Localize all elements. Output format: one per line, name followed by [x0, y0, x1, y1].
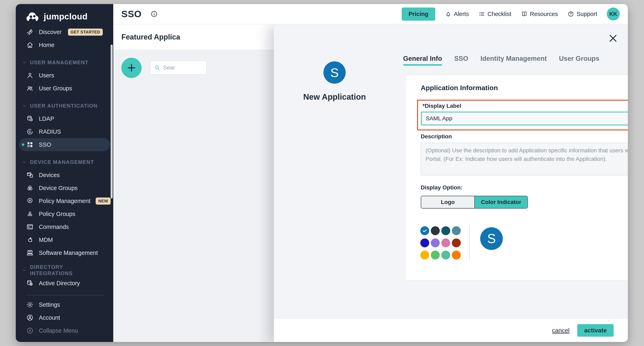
sidebar-item-radius[interactable]: RADIUS: [16, 125, 113, 138]
ldap-icon: [26, 115, 34, 122]
active-directory-icon: [26, 280, 34, 287]
sidebar-item-label: Policy Management: [39, 198, 90, 204]
color-swatch-10[interactable]: [431, 251, 440, 259]
color-swatch-grid: [420, 226, 461, 259]
info-icon[interactable]: [150, 10, 158, 18]
question-icon: [568, 11, 574, 17]
color-swatch-7[interactable]: [441, 238, 450, 247]
header-nav-resources[interactable]: Resources: [521, 11, 558, 18]
chevron-down-icon: [22, 60, 27, 65]
sidebar-item-software-management[interactable]: Software Management: [16, 246, 113, 259]
color-swatch-3[interactable]: [441, 226, 450, 235]
sidebar-item-devices[interactable]: Devices: [16, 168, 113, 182]
color-swatch-4[interactable]: [452, 226, 461, 235]
color-swatch-2[interactable]: [431, 226, 440, 235]
sidebar-item-active-directory[interactable]: Active Directory: [16, 277, 113, 290]
gear-icon: [26, 301, 34, 308]
sidebar-item-policy-management[interactable]: Policy ManagementNEW: [16, 195, 113, 208]
sidebar-scrollbar[interactable]: [111, 45, 113, 199]
sidebar-item-collapse-menu[interactable]: Collapse Menu: [16, 324, 113, 337]
device-groups-icon: [26, 184, 34, 192]
description-label: Description: [421, 133, 452, 140]
tab-general-info[interactable]: General Info: [403, 55, 442, 66]
sidebar-item-home[interactable]: Home: [16, 39, 113, 52]
checklist-icon: [478, 11, 485, 17]
activate-button[interactable]: activate: [577, 324, 614, 337]
top-header: SSO PricingAlertsChecklistResourcesSuppo…: [113, 4, 628, 24]
close-icon[interactable]: [608, 33, 618, 44]
collapse-icon: [26, 327, 34, 334]
add-application-button[interactable]: [121, 58, 142, 78]
policy-icon: [26, 197, 34, 205]
sidebar-item-users[interactable]: Users: [16, 69, 113, 82]
header-nav-label: Resources: [530, 11, 558, 18]
sidebar-item-label: Collapse Menu: [39, 327, 78, 334]
pricing-button[interactable]: Pricing: [402, 8, 435, 21]
sidebar-item-user-groups[interactable]: User Groups: [16, 82, 113, 95]
featured-applications-heading: Featured Applica: [121, 33, 180, 41]
display-option-toggle: LogoColor Indicator: [421, 196, 528, 209]
tab-sso[interactable]: SSO: [454, 55, 468, 66]
display-label-highlight-box: *Display Label: [417, 100, 628, 130]
jumpcloud-logo: jumpcloud: [26, 10, 113, 23]
color-swatch-11[interactable]: [441, 251, 450, 259]
header-nav-support[interactable]: Support: [568, 11, 597, 18]
sidebar-section-user-management[interactable]: USER MANAGEMENT: [16, 56, 113, 69]
search-icon: [154, 65, 160, 71]
color-swatch-5[interactable]: [420, 238, 429, 247]
tab-user-groups[interactable]: User Groups: [559, 55, 599, 66]
application-name: New Application: [286, 92, 383, 101]
app-window: jumpcloud DiscoverGET STARTEDHomeUSER MA…: [16, 4, 628, 342]
sidebar-section-label: USER AUTHENTICATION: [30, 103, 98, 109]
section-title: Application Information: [421, 84, 498, 92]
sidebar-section-user-authentication[interactable]: USER AUTHENTICATION: [16, 99, 113, 112]
sidebar-section-directory-integrations[interactable]: DIRECTORY INTEGRATIONS: [16, 264, 113, 277]
user-avatar[interactable]: KK: [607, 8, 620, 21]
display-label-input[interactable]: [421, 112, 628, 125]
display-option-color-indicator[interactable]: Color Indicator: [474, 196, 527, 208]
cancel-button[interactable]: cancel: [552, 327, 570, 334]
sidebar-section-label: DEVICE MANAGEMENT: [30, 159, 94, 165]
description-textarea[interactable]: [421, 143, 628, 176]
sidebar-item-account[interactable]: Account: [16, 311, 113, 324]
sidebar-item-label: Device Groups: [39, 185, 78, 192]
color-swatch-9[interactable]: [420, 251, 429, 259]
color-swatch-6[interactable]: [431, 238, 440, 247]
sidebar-section-device-management[interactable]: DEVICE MANAGEMENT: [16, 155, 113, 168]
sso-grid-icon: [26, 141, 34, 148]
display-option-label: Display Option:: [421, 184, 462, 191]
sidebar-item-label: User Groups: [39, 85, 72, 92]
sidebar-section-label: DIRECTORY INTEGRATIONS: [30, 264, 107, 276]
sidebar-item-commands[interactable]: Commands: [16, 220, 113, 233]
color-swatch-1[interactable]: [420, 226, 429, 235]
sidebar-item-label: Commands: [39, 224, 69, 230]
search-input[interactable]: [163, 64, 196, 71]
header-nav-checklist[interactable]: Checklist: [478, 11, 511, 18]
sidebar-item-label: MDM: [39, 237, 53, 243]
sidebar-item-mdm[interactable]: MDM: [16, 233, 113, 246]
sidebar-item-label: Settings: [39, 301, 60, 308]
sidebar-item-discover[interactable]: DiscoverGET STARTED: [16, 26, 113, 39]
sidebar-item-policy-groups[interactable]: Policy Groups: [16, 208, 113, 220]
sidebar-item-settings[interactable]: Settings: [16, 298, 113, 311]
header-nav-alerts[interactable]: Alerts: [445, 11, 469, 18]
color-swatch-8[interactable]: [452, 238, 461, 247]
chevron-down-icon: [22, 103, 27, 108]
sidebar-badge: GET STARTED: [68, 29, 103, 36]
header-nav-label: Alerts: [454, 11, 469, 18]
sidebar-item-label: Devices: [39, 172, 60, 179]
chevron-down-icon: [22, 160, 27, 164]
account-icon: [26, 314, 34, 321]
sidebar-item-device-groups[interactable]: Device Groups: [16, 182, 113, 195]
sidebar-item-ldap[interactable]: LDAP: [16, 112, 113, 125]
display-option-logo[interactable]: Logo: [421, 196, 474, 208]
tab-identity-management[interactable]: Identity Management: [480, 55, 547, 66]
sidebar-item-sso[interactable]: SSO: [19, 138, 110, 151]
header-nav-label: Support: [576, 11, 597, 18]
color-swatch-12[interactable]: [452, 251, 461, 259]
bell-icon: [445, 11, 452, 17]
sidebar-item-label: LDAP: [39, 115, 54, 122]
active-indicator-dot: [22, 143, 24, 146]
policy-groups-icon: [26, 210, 34, 218]
logo-wordmark: jumpcloud: [44, 12, 88, 22]
